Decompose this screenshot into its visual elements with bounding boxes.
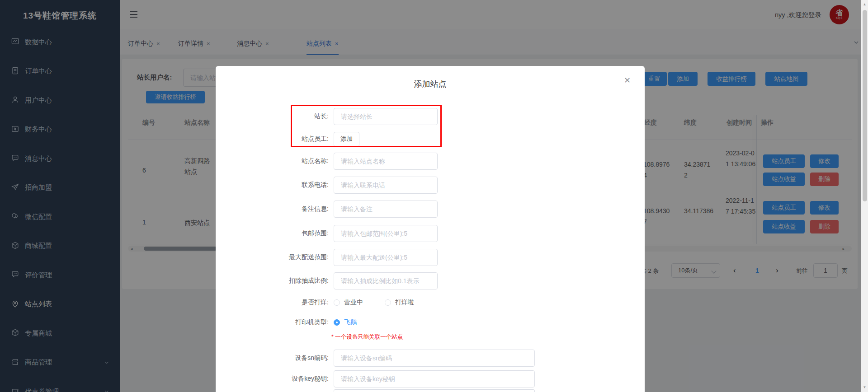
form-row-printer: 打印机类型: 飞鹅 bbox=[216, 316, 645, 329]
form-row-max-range: 最大配送范围: bbox=[216, 249, 645, 266]
field-label: 站点名称: bbox=[216, 153, 329, 170]
next-field-partial bbox=[334, 389, 535, 392]
radio-label-open[interactable]: 营业中 bbox=[344, 299, 363, 307]
vertical-scrollbar-thumb[interactable] bbox=[863, 10, 867, 201]
form-row-name: 站点名称: bbox=[216, 153, 645, 170]
remark-input[interactable] bbox=[334, 201, 438, 218]
form-row-commission: 扣除抽成比例: bbox=[216, 272, 645, 289]
scroll-down-icon[interactable]: ▼ bbox=[861, 384, 868, 391]
field-label: 最大配送范围: bbox=[216, 249, 329, 266]
form-row-remark: 备注信息: bbox=[216, 201, 645, 218]
max-delivery-range-input[interactable] bbox=[334, 249, 438, 266]
close-icon[interactable]: ✕ bbox=[624, 75, 631, 85]
radio-closed[interactable] bbox=[385, 299, 391, 306]
modal-title: 添加站点 bbox=[216, 79, 645, 89]
form-row-key: 设备key秘钥: bbox=[216, 370, 645, 387]
form-row-closed: 是否打烊: 营业中 打烊啦 bbox=[216, 296, 645, 309]
free-shipping-range-input[interactable] bbox=[334, 225, 438, 242]
radio-printer-feie[interactable] bbox=[334, 319, 340, 326]
field-label: 包邮范围: bbox=[216, 225, 329, 242]
field-label: 设备sn编码: bbox=[216, 350, 329, 367]
form-row-sn: 设备sn编码: bbox=[216, 350, 645, 367]
field-label: 设备key秘钥: bbox=[216, 370, 329, 387]
app-root: 13号鞋馆管理系统 数据中心 订单中心 用户中心 财务中心 消息中心 bbox=[0, 0, 868, 392]
commission-rate-input[interactable] bbox=[334, 272, 438, 289]
annotation-highlight-rect bbox=[291, 105, 442, 147]
field-label: 备注信息: bbox=[216, 201, 329, 218]
printer-note: * 一个设备只能关联一个站点 bbox=[331, 333, 403, 341]
scroll-up-icon[interactable]: ▲ bbox=[861, 1, 868, 8]
field-label: 联系电话: bbox=[216, 177, 329, 194]
vertical-scrollbar: ▲ ▼ bbox=[861, 0, 868, 392]
field-label: 扣除抽成比例: bbox=[216, 272, 329, 289]
contact-phone-input[interactable] bbox=[334, 177, 438, 194]
form-row-free-ship: 包邮范围: bbox=[216, 225, 645, 242]
field-label: 是否打烊: bbox=[216, 296, 329, 309]
site-name-input[interactable] bbox=[334, 153, 438, 170]
form-row-phone: 联系电话: bbox=[216, 177, 645, 194]
radio-label-closed[interactable]: 打烊啦 bbox=[395, 299, 414, 307]
device-sn-input[interactable] bbox=[334, 350, 535, 367]
radio-open[interactable] bbox=[334, 299, 340, 306]
radio-label-printer[interactable]: 飞鹅 bbox=[344, 318, 357, 327]
device-key-input[interactable] bbox=[334, 370, 535, 387]
field-label: 打印机类型: bbox=[216, 316, 329, 329]
